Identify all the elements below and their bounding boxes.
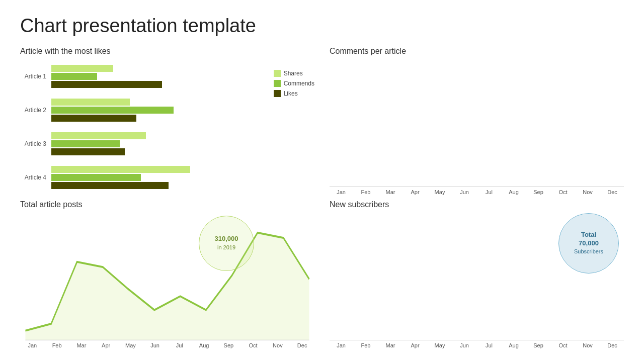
subscribers-circle-text: Total70,000Subscribers [574, 231, 603, 256]
hbar-chart: Article 1Article 2Article 3Article 4Shar… [20, 60, 314, 195]
vbar-x-label: Dec [601, 189, 624, 195]
hbar-chart-title: Article with the most likes [20, 47, 314, 56]
subscribers-labels: JanFebMarAprMayJunJulAugSepOctNovDec [330, 342, 624, 348]
line-x-labels: JanFebMarAprMayJunJulAugSepOctNovDec [20, 342, 314, 348]
vbar-x-label: Nov [576, 342, 599, 348]
hbar-row: Article 4 [20, 166, 314, 189]
hbar-shares [51, 65, 113, 72]
legend-item: Commends [274, 80, 314, 87]
vbar-x-label: Dec [601, 342, 624, 348]
vbar-x-label: Feb [354, 189, 377, 195]
vbar-x-label: Mar [379, 189, 402, 195]
legend-label: Likes [284, 90, 298, 97]
vbar-x-label: Jun [453, 342, 476, 348]
hbar-row-label: Article 4 [20, 174, 46, 181]
vbar-x-label: Jul [477, 342, 501, 348]
subscribers-chart-area: JanFebMarAprMayJunJulAugSepOctNovDec Tot… [330, 213, 624, 348]
hbar-row-label: Article 2 [20, 107, 46, 114]
line-chart-title: Total article posts [20, 200, 314, 209]
hbar-shares [51, 166, 190, 173]
hbar-legend: SharesCommendsLikes [274, 70, 314, 97]
line-x-label: Dec [290, 342, 314, 348]
hbar-row-label: Article 1 [20, 73, 46, 80]
comments-vbar [330, 60, 624, 187]
subscribers-circle-annotation: Total70,000Subscribers [558, 213, 619, 274]
line-x-label: Jul [168, 342, 192, 348]
line-x-label: Jun [143, 342, 168, 348]
comments-chart-title: Comments per article [330, 47, 624, 56]
line-x-label: Feb [45, 342, 69, 348]
hbar-row-label: Article 3 [20, 140, 46, 147]
line-chart-area: JanFebMarAprMayJunJulAugSepOctNovDec 310… [20, 213, 314, 348]
vbar-x-label: Aug [502, 342, 525, 348]
vbar-x-label: Oct [551, 189, 575, 195]
hbar-shares [51, 132, 146, 139]
vbar-x-label: Jun [453, 189, 476, 195]
hbar-commends [51, 140, 120, 147]
hbar-row: Article 2 [20, 99, 314, 122]
line-x-label: Mar [69, 342, 94, 348]
vbar-x-label: Feb [354, 342, 377, 348]
line-x-label: Jan [20, 342, 45, 348]
vbar-x-label: Nov [576, 189, 599, 195]
subscribers-chart-title: New subscribers [330, 200, 624, 209]
legend-item: Shares [274, 70, 314, 77]
vbar-x-label: Jan [330, 189, 353, 195]
comments-vbar-wrap: JanFebMarAprMayJunJulAugSepOctNovDec [330, 60, 624, 195]
line-x-label: Oct [241, 342, 266, 348]
line-chart-section: Total article posts JanFebMarAprMayJunJu… [20, 200, 314, 348]
legend-label: Shares [284, 70, 303, 77]
page-title: Chart presentation template [20, 15, 624, 37]
hbar-commends [51, 107, 174, 114]
line-chart-wrap: JanFebMarAprMayJunJulAugSepOctNovDec [20, 213, 314, 348]
page: Chart presentation template Article with… [0, 0, 644, 362]
hbar-commends [51, 174, 141, 181]
hbar-chart-area: Article 1Article 2Article 3Article 4Shar… [20, 60, 314, 195]
vbar-x-label: Sep [527, 189, 550, 195]
line-x-label: Nov [266, 342, 290, 348]
line-x-label: Sep [216, 342, 241, 348]
subscribers-chart-section: New subscribers JanFebMarAprMayJunJulAug… [330, 200, 624, 348]
vbar-x-label: Mar [379, 342, 402, 348]
vbar-x-label: Aug [502, 189, 525, 195]
legend-color-box [274, 90, 281, 97]
hbar-group [51, 166, 314, 189]
hbar-likes [51, 182, 169, 189]
vbar-x-label: May [428, 342, 451, 348]
comments-chart-area: JanFebMarAprMayJunJulAugSepOctNovDec [330, 60, 624, 195]
vbar-x-label: Apr [404, 189, 427, 195]
hbar-group [51, 99, 314, 122]
hbar-row: Article 1 [20, 65, 314, 88]
comments-labels: JanFebMarAprMayJunJulAugSepOctNovDec [330, 189, 624, 195]
vbar-x-label: Jul [477, 189, 501, 195]
line-chart-svg [20, 213, 314, 340]
line-x-label: Apr [94, 342, 118, 348]
vbar-x-label: Apr [404, 342, 427, 348]
hbar-likes [51, 81, 162, 88]
vbar-x-label: May [428, 189, 451, 195]
legend-item: Likes [274, 90, 314, 97]
legend-label: Commends [284, 80, 314, 87]
legend-color-box [274, 70, 281, 77]
hbar-commends [51, 73, 97, 80]
vbar-x-label: Oct [551, 342, 575, 348]
line-x-label: Aug [192, 342, 216, 348]
charts-grid: Article with the most likes Article 1Art… [20, 47, 624, 348]
hbar-shares [51, 99, 130, 106]
legend-color-box [274, 80, 281, 87]
comments-chart-section: Comments per article JanFebMarAprMayJunJ… [330, 47, 624, 195]
hbar-row: Article 3 [20, 132, 314, 155]
hbar-chart-section: Article with the most likes Article 1Art… [20, 47, 314, 195]
hbar-likes [51, 115, 136, 122]
line-fill [25, 233, 309, 340]
line-circle-text: 310,000in 2019 [215, 235, 238, 252]
hbar-likes [51, 148, 125, 155]
hbar-group [51, 132, 314, 155]
line-circle-annotation: 310,000in 2019 [199, 216, 254, 271]
line-x-label: May [118, 342, 143, 348]
vbar-x-label: Jan [330, 342, 353, 348]
vbar-x-label: Sep [527, 342, 550, 348]
